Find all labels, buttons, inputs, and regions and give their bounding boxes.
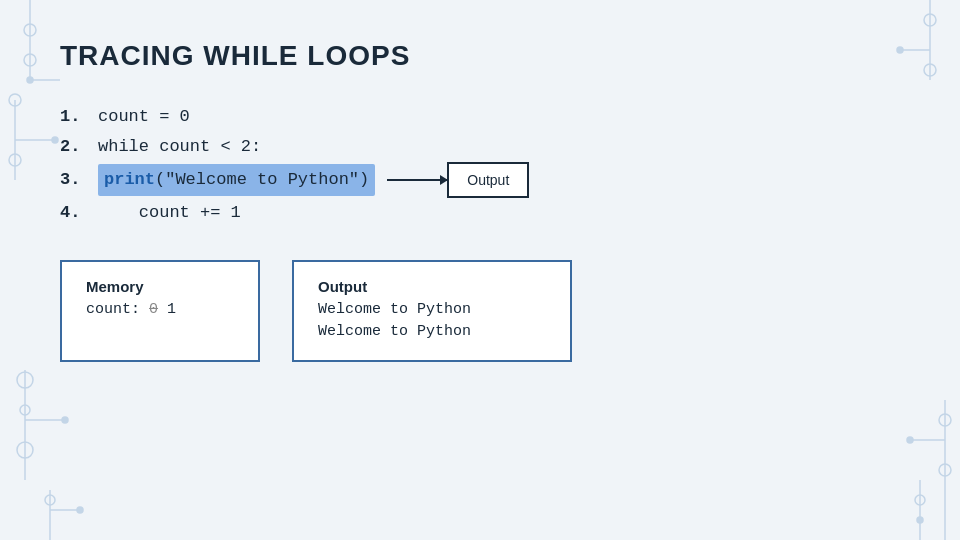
code-line-3: 3. print("Welcome to Python") Output (60, 162, 900, 199)
memory-new-value: 1 (167, 301, 176, 318)
code-text-4: count += 1 (98, 198, 241, 228)
arrow-container: Output (387, 162, 529, 199)
boxes-row: Memory count: 0 1 Output Welcome to Pyth… (60, 260, 900, 362)
code-line-2: 2. while count < 2: (60, 132, 900, 162)
code-text-2: while count < 2: (98, 132, 261, 162)
code-line-4: 4. count += 1 (60, 198, 900, 228)
memory-old-value: 0 (149, 301, 158, 318)
memory-box: Memory count: 0 1 (60, 260, 260, 362)
svg-point-29 (907, 437, 913, 443)
code-highlight-3: print("Welcome to Python") (98, 164, 375, 196)
code-text-3-rest: ("Welcome to Python") (155, 170, 369, 189)
code-text-1: count = 0 (98, 102, 190, 132)
output-box-title: Output (318, 278, 546, 295)
line-number-4: 4. (60, 198, 88, 228)
line-number-2: 2. (60, 132, 88, 162)
keyword-print: print (104, 170, 155, 189)
memory-box-title: Memory (86, 278, 234, 295)
output-line-1: Welcome to Python (318, 299, 546, 322)
page-title: TRACING WHILE LOOPS (60, 40, 900, 72)
line-number-1: 1. (60, 102, 88, 132)
arrow-line (387, 179, 447, 181)
code-block: 1. count = 0 2. while count < 2: 3. prin… (60, 102, 900, 228)
output-box: Output Welcome to Python Welcome to Pyth… (292, 260, 572, 362)
memory-box-content: count: 0 1 (86, 299, 234, 322)
svg-point-15 (62, 417, 68, 423)
output-inline-label: Output (447, 162, 529, 199)
svg-point-19 (77, 507, 83, 513)
code-line-1: 1. count = 0 (60, 102, 900, 132)
main-content: TRACING WHILE LOOPS 1. count = 0 2. whil… (0, 0, 960, 402)
memory-label: count: (86, 301, 149, 318)
output-box-content: Welcome to Python Welcome to Python (318, 299, 546, 344)
svg-point-32 (917, 517, 923, 523)
line-number-3: 3. (60, 165, 88, 195)
output-line-2: Welcome to Python (318, 321, 546, 344)
